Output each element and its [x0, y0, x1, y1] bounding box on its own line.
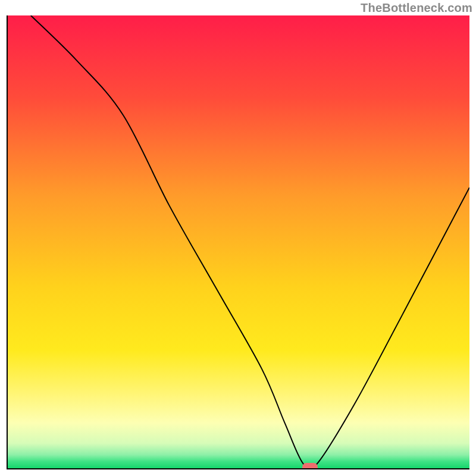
bottleneck-curve	[8, 15, 469, 468]
optimal-marker	[302, 463, 318, 469]
plot-area	[7, 15, 469, 469]
svg-rect-1	[302, 463, 318, 469]
watermark-text: TheBottleneck.com	[361, 1, 472, 15]
chart-container: TheBottleneck.com	[0, 0, 476, 476]
